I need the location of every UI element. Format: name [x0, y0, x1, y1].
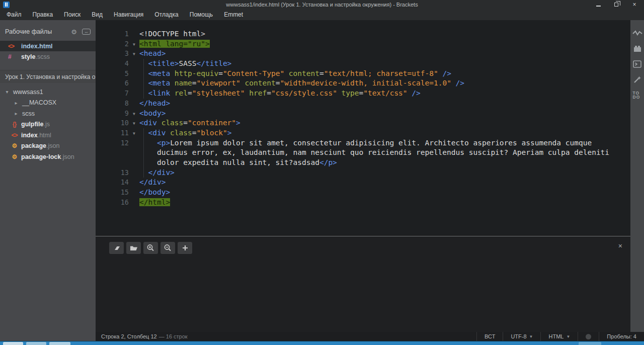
live-preview-icon[interactable]	[632, 28, 642, 37]
code-line[interactable]: 3▼<head>	[96, 49, 630, 59]
line-number: 14	[96, 178, 129, 188]
code-editor[interactable]: 1<!DOCTYPE html>2▼<html lang="ru">3▼<hea…	[96, 20, 630, 235]
center-column: 1<!DOCTYPE html>2▼<html lang="ru">3▼<hea…	[96, 20, 630, 332]
code-token	[139, 139, 157, 147]
indent-setting[interactable]: Пробелы: 4	[599, 332, 644, 341]
code-text: <div class="block">	[139, 128, 231, 138]
folder-icon	[129, 244, 138, 251]
minimize-button[interactable]	[595, 1, 602, 8]
tree-item-package-lock[interactable]: ⚙package-lock.json	[0, 151, 96, 162]
code-text: <meta http-equiv="Content-Type" content=…	[139, 69, 451, 79]
fold-arrow-icon[interactable]: ▼	[129, 49, 139, 59]
console-icon[interactable]	[632, 59, 642, 68]
working-file-index.html[interactable]: <>index.html	[0, 41, 96, 51]
code-line[interactable]: 9▼<body>	[96, 109, 630, 119]
chevron-down-icon[interactable]: ▾	[3, 89, 11, 95]
matched-tag-highlight: </html>	[139, 198, 170, 206]
working-files-list: <>index.html#style.scss	[0, 41, 96, 62]
plus-icon	[182, 244, 189, 251]
extension-manager-icon[interactable]	[632, 44, 642, 53]
taskbar-button[interactable]	[3, 342, 23, 345]
panel-close-icon[interactable]: ×	[618, 242, 622, 249]
taskbar-button[interactable]	[579, 342, 601, 345]
code-line[interactable]: 10▼<div class="container">	[96, 118, 630, 128]
gear-icon[interactable]: ⚙	[71, 28, 77, 36]
encoding-value: UTF-8	[511, 333, 526, 339]
fold-arrow-icon[interactable]: ▼	[129, 109, 139, 119]
fold-arrow-icon[interactable]: ▼	[129, 128, 139, 138]
code-line[interactable]: 5 <meta http-equiv="Content-Type" conten…	[96, 69, 630, 79]
zoom-out-button[interactable]	[160, 242, 175, 254]
code-line[interactable]: 1<!DOCTYPE html>	[96, 29, 630, 39]
code-line[interactable]: 8</head>	[96, 99, 630, 109]
code-text: </div>	[139, 178, 166, 188]
code-line[interactable]: 6 <meta name="viewport" content="width=d…	[96, 78, 630, 89]
code-token: href	[245, 89, 267, 97]
tree-item-__MACOSX[interactable]: ▸__MACOSX	[0, 98, 96, 109]
code-line[interactable]: 11▼ <div class="block">	[96, 128, 630, 138]
code-line[interactable]: 16</html>	[96, 198, 630, 208]
split-view-icon[interactable]: ↔	[82, 29, 91, 35]
menu-item-правка[interactable]: Правка	[27, 10, 59, 20]
zoom-in-button[interactable]	[143, 242, 158, 254]
code-line[interactable]: 7 <link rel="stylesheet" href="css/style…	[96, 89, 630, 99]
taskbar-button[interactable]	[26, 342, 46, 345]
tree-item-package[interactable]: ⚙package.json	[0, 141, 96, 152]
fold-arrow-icon[interactable]: ▼	[129, 118, 139, 128]
code-token: content	[284, 69, 319, 77]
code-line[interactable]: 12 <p>Lorem ipsum dolor sit amet, consec…	[96, 138, 630, 148]
working-file-style[interactable]: #style.scss	[0, 51, 96, 62]
code-token: =	[192, 79, 197, 87]
menu-item-файл[interactable]: Файл	[1, 10, 27, 20]
tree-item-index[interactable]: <>index.html	[0, 130, 96, 141]
code-text: <meta name="viewport" content="width=dev…	[139, 78, 464, 89]
insert-mode-indicator[interactable]: ВСТ	[476, 332, 503, 341]
menu-item-отладка[interactable]: Отладка	[149, 10, 184, 20]
file-extension: .json	[61, 153, 74, 160]
menu-item-вид[interactable]: Вид	[86, 10, 108, 20]
code-text: </html>	[139, 198, 170, 208]
lint-status-indicator[interactable]	[578, 332, 599, 341]
code-line[interactable]: 4 <title>SASS</title>	[96, 59, 630, 69]
windows-taskbar	[0, 341, 644, 345]
working-files-header: Рабочие файлы ⚙ ↔	[0, 26, 96, 37]
plus-button[interactable]	[178, 242, 192, 254]
language-selector[interactable]: HTML ▼	[540, 332, 578, 341]
code-token: >	[236, 119, 240, 127]
code-line[interactable]: ducimus error, ex, laudantium, nam nesci…	[96, 148, 630, 158]
folder-button[interactable]	[126, 242, 141, 254]
taskbar-button[interactable]	[49, 342, 70, 345]
code-line[interactable]: 13 </div>	[96, 168, 630, 178]
tree-item-scss[interactable]: ▸scss	[0, 108, 96, 119]
code-token: <body>	[139, 109, 166, 117]
encoding-selector[interactable]: UTF-8 ▼	[503, 332, 540, 341]
menu-item-навигация[interactable]: Навигация	[108, 10, 149, 20]
close-button[interactable]: ×	[631, 1, 638, 8]
code-line[interactable]: 14</div>	[96, 178, 630, 188]
menu-item-поиск[interactable]: Поиск	[58, 10, 86, 20]
chevron-right-icon[interactable]: ▸	[12, 111, 20, 116]
code-token: <p>	[157, 139, 170, 147]
code-line[interactable]: 2▼<html lang="ru">	[96, 39, 630, 49]
restore-icon	[614, 3, 618, 7]
status-bar: Строка 2, Столбец 12 — 16 строк ВСТ UTF-…	[0, 332, 644, 341]
eraser-button[interactable]	[109, 242, 124, 254]
working-files-title: Рабочие файлы	[5, 28, 71, 35]
code-line[interactable]: 15</body>	[96, 188, 630, 198]
code-line[interactable]: dolor expedita nulla sint, sit?asdsad</p…	[96, 158, 630, 168]
chevron-right-icon[interactable]: ▸	[12, 100, 20, 106]
panel-toolbar	[96, 236, 630, 254]
extension-toolbar: TODO	[630, 20, 644, 332]
tree-item-wwwsass1[interactable]: ▾wwwsass1	[0, 87, 96, 98]
status-dot-icon	[586, 334, 591, 339]
menu-item-помощь[interactable]: Помощь	[184, 10, 218, 20]
sidebar: Рабочие файлы ⚙ ↔ <>index.html#style.scs…	[0, 20, 96, 332]
restore-button[interactable]	[613, 1, 620, 8]
project-title[interactable]: Урок 1. Установка и настройка окружения	[0, 70, 96, 83]
beautify-icon[interactable]	[632, 75, 642, 84]
todo-icon[interactable]: TODO	[632, 91, 642, 100]
fold-arrow-icon[interactable]: ▼	[129, 39, 139, 49]
tree-item-gulpfile[interactable]: {}gulpfile.js	[0, 119, 96, 130]
menu-item-emmet[interactable]: Emmet	[218, 10, 249, 20]
code-token: <meta	[148, 79, 170, 87]
